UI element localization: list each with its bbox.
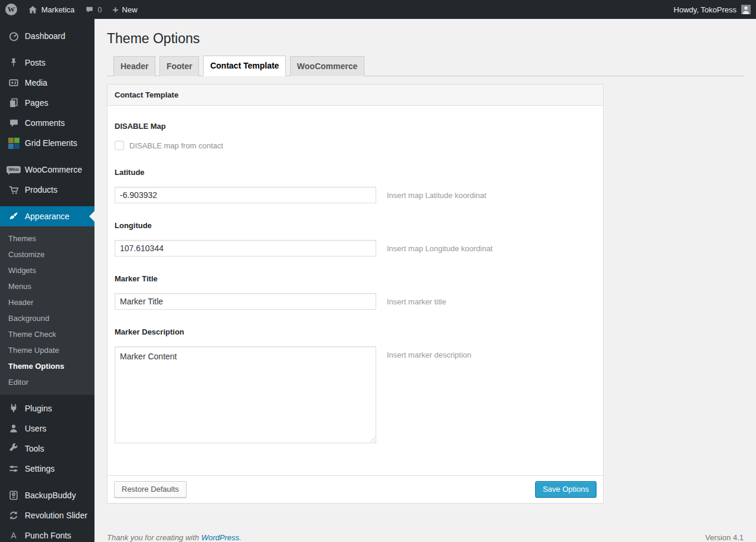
submenu-item-theme-update[interactable]: Theme Update [0,342,94,358]
wordpress-logo-icon: W [5,4,17,15]
submenu-item-menus[interactable]: Menus [0,278,94,294]
home-icon [28,5,38,15]
sidebar-item-tools[interactable]: Tools [0,439,94,459]
sidebar-item-pages[interactable]: Pages [0,93,94,113]
site-name: Marketica [41,5,74,14]
sidebar-item-label: Appearance [25,212,70,221]
field-hint: Insert map Longitude koordinat [387,240,493,253]
submenu-item-background[interactable]: Background [0,310,94,326]
field-longitude: Longitude Insert map Longitude koordinat [115,221,596,257]
comment-bubble-icon [85,5,94,14]
longitude-input[interactable] [115,240,376,257]
admin-sidebar: Dashboard Posts Media Pages Comments Gri… [0,19,94,542]
comments-counter[interactable]: 0 [80,0,107,19]
dashboard-icon [8,30,19,42]
sidebar-item-label: Media [25,78,47,87]
woocommerce-badge-icon: Woo [8,164,19,176]
wordpress-link[interactable]: WordPress [201,533,239,542]
sidebar-item-posts[interactable]: Posts [0,53,94,73]
tab-header[interactable]: Header [113,56,155,76]
grid-elements-icon [8,137,19,149]
sidebar-item-punch-fonts[interactable]: A Punch Fonts [0,525,94,542]
sidebar-item-label: Settings [25,464,55,473]
sidebar-item-label: Tools [25,444,44,453]
field-label: DISABLE Map [115,122,596,131]
sidebar-item-label: Grid Elements [25,138,77,148]
sidebar-item-backupbuddy[interactable]: BackupBuddy [0,485,94,505]
tab-contact-template[interactable]: Contact Template [203,56,286,76]
site-name-menu[interactable]: Marketica [22,0,80,19]
marker-description-textarea[interactable]: Marker Content [115,346,376,443]
media-icon [8,77,19,89]
field-label: Marker Title [115,274,596,283]
sidebar-item-label: WooCommerce [25,165,82,174]
submenu-item-widgets[interactable]: Widgets [0,262,94,278]
latitude-input[interactable] [115,187,376,203]
sidebar-item-label: Products [25,185,57,194]
submenu-item-theme-options[interactable]: Theme Options [0,358,94,374]
sidebar-item-label: Dashboard [25,31,66,41]
footer-thanks: Thank you for creating with WordPress. [107,533,242,542]
sidebar-item-label: Revolution Slider [25,511,87,520]
rotate-arrows-icon [8,509,19,521]
page-footer: Thank you for creating with WordPress. V… [107,533,744,542]
sidebar-item-label: BackupBuddy [25,491,76,500]
version-label: Version 4.1 [705,533,744,542]
sidebar-item-media[interactable]: Media [0,73,94,93]
sidebar-item-dashboard[interactable]: Dashboard [0,26,94,46]
sidebar-item-settings[interactable]: Settings [0,459,94,479]
tab-footer[interactable]: Footer [159,56,200,76]
sidebar-item-products[interactable]: Products [0,180,94,200]
sidebar-item-label: Posts [25,58,45,67]
field-marker-title: Marker Title Insert marker title [115,274,596,310]
tab-bar: Header Footer Contact Template WooCommer… [107,56,744,76]
sidebar-item-grid-elements[interactable]: Grid Elements [0,133,94,153]
tab-woocommerce[interactable]: WooCommerce [290,56,364,76]
submenu-item-theme-check[interactable]: Theme Check [0,326,94,342]
cart-icon [8,184,19,196]
wrench-icon [8,443,19,455]
comment-bubble-icon [8,117,19,129]
letter-a-icon: A [8,530,19,541]
avatar [741,5,751,14]
submenu-item-customize[interactable]: Customize [0,246,94,262]
field-hint: Insert marker title [387,293,446,306]
appearance-submenu: Themes Customize Widgets Menus Header Ba… [0,226,94,395]
plus-icon: + [113,5,119,15]
sidebar-item-appearance[interactable]: Appearance [0,206,94,226]
submenu-item-editor[interactable]: Editor [0,374,94,390]
sidebar-item-plugins[interactable]: Plugins [0,398,94,418]
panel-title: Contact Template [107,85,603,106]
sidebar-item-comments[interactable]: Comments [0,113,94,133]
sidebar-item-label: Users [25,424,47,433]
submenu-item-header[interactable]: Header [0,294,94,310]
field-label: Marker Description [115,327,596,336]
field-latitude: Latitude Insert map Latitude koordinat [115,168,596,203]
disable-map-checkbox[interactable] [115,141,124,150]
sidebar-item-users[interactable]: Users [0,418,94,439]
sidebar-item-revolution-slider[interactable]: Revolution Slider [0,505,94,525]
howdy-text: Howdy, TokoPress [674,5,737,14]
pages-icon [8,97,19,109]
sidebar-item-label: Comments [25,118,65,128]
panel-footer: Restore Defaults Save Options [107,475,603,503]
backup-drive-icon [8,489,19,501]
new-label: New [122,5,138,14]
save-options-button[interactable]: Save Options [535,481,597,498]
new-content-menu[interactable]: + New [107,0,143,19]
main-content: Theme Options Header Footer Contact Temp… [94,19,756,542]
field-marker-description: Marker Description Marker Content Insert… [115,327,596,446]
contact-template-panel: Contact Template DISABLE Map DISABLE map… [107,84,604,504]
field-hint: Insert marker description [387,346,471,359]
brush-icon [8,210,19,222]
sidebar-item-woocommerce[interactable]: Woo WooCommerce [0,160,94,180]
field-hint: Insert map Latitude koordinat [387,187,486,200]
sliders-icon [8,463,19,475]
submenu-item-themes[interactable]: Themes [0,231,94,246]
wordpress-logo-menu[interactable]: W [0,0,22,19]
restore-defaults-button[interactable]: Restore Defaults [114,481,187,498]
field-label: Longitude [115,221,596,230]
page-title: Theme Options [107,25,744,47]
marker-title-input[interactable] [115,293,376,310]
my-account-menu[interactable]: Howdy, TokoPress [669,0,756,19]
